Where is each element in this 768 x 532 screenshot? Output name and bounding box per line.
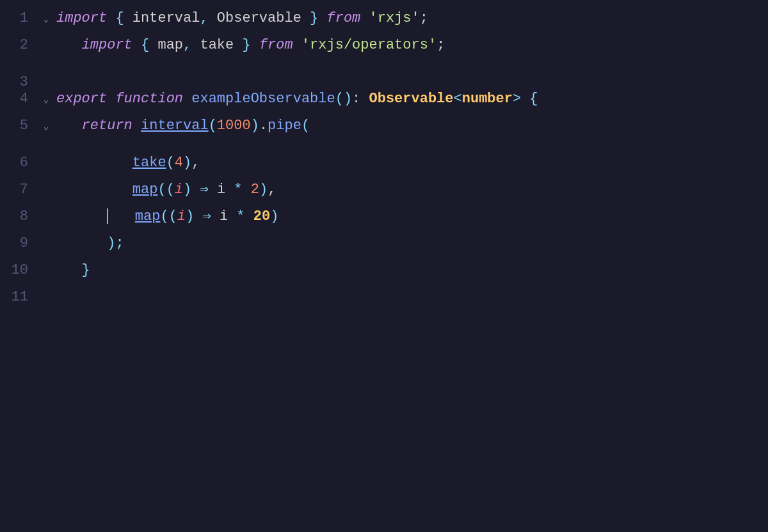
line-number-7: 7 xyxy=(0,176,38,203)
code-line-5: 5 ⌄ return interval(1000).pipe( xyxy=(0,113,768,139)
code-line-4: 4 ⌄ export function exampleObservable():… xyxy=(0,86,768,113)
line-content-10: } xyxy=(54,257,768,284)
code-line-1: 1 ⌄ import { interval, Observable } from… xyxy=(0,5,768,32)
text-cursor xyxy=(107,208,108,224)
fold-arrow-4[interactable]: ⌄ xyxy=(38,86,54,113)
line-number-5: 5 xyxy=(0,113,38,139)
line-content-9: ); xyxy=(54,230,768,257)
code-line-2: 2 ⌄ import { map, take } from 'rxjs/oper… xyxy=(0,32,768,59)
line-content-5: return interval(1000).pipe( xyxy=(54,113,768,139)
line-content-8: map((i) ⇒ i * 20) xyxy=(54,203,768,230)
code-editor: 1 ⌄ import { interval, Observable } from… xyxy=(0,0,768,532)
line-content-6: take(4), xyxy=(54,150,768,176)
line-number-11: 11 xyxy=(0,284,38,311)
line-number-6: 6 xyxy=(0,150,38,176)
line-number-2: 2 xyxy=(0,32,38,59)
line-number-9: 9 xyxy=(0,230,38,257)
line-number-1: 1 xyxy=(0,5,38,32)
line-content-1: import { interval, Observable } from 'rx… xyxy=(54,5,768,32)
line-number-10: 10 xyxy=(0,257,38,284)
line-content-2: import { map, take } from 'rxjs/operator… xyxy=(54,32,768,59)
code-line-6: 6 take(4), xyxy=(0,139,768,166)
line-number-8: 8 xyxy=(0,203,38,230)
line-content-7: map((i) ⇒ i * 2), xyxy=(54,176,768,203)
line-number-4: 4 xyxy=(0,86,38,113)
code-area: 1 ⌄ import { interval, Observable } from… xyxy=(0,0,768,306)
code-line-3: 3 xyxy=(0,59,768,86)
fold-arrow-5[interactable]: ⌄ xyxy=(38,113,54,140)
fold-arrow-1[interactable]: ⌄ xyxy=(38,6,54,33)
line-content-4: export function exampleObservable(): Obs… xyxy=(54,86,768,113)
